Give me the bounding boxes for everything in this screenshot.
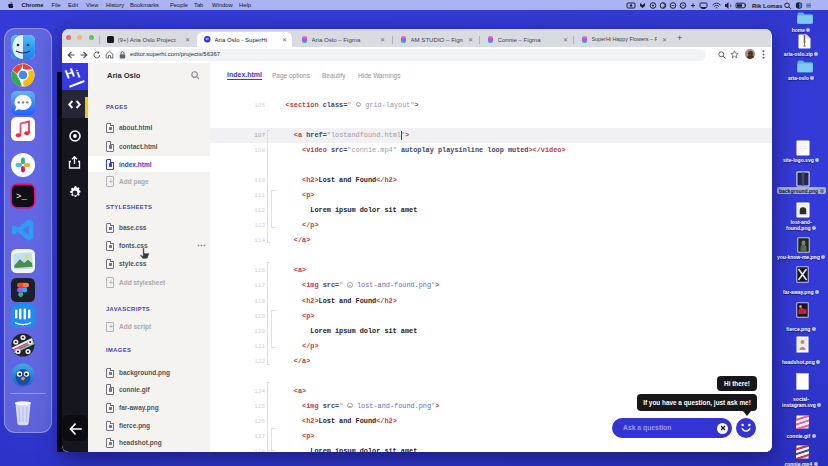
svg-text:Rik Lomas: Rik Lomas <box>752 3 783 9</box>
svg-text:>_: >_ <box>16 192 27 202</box>
